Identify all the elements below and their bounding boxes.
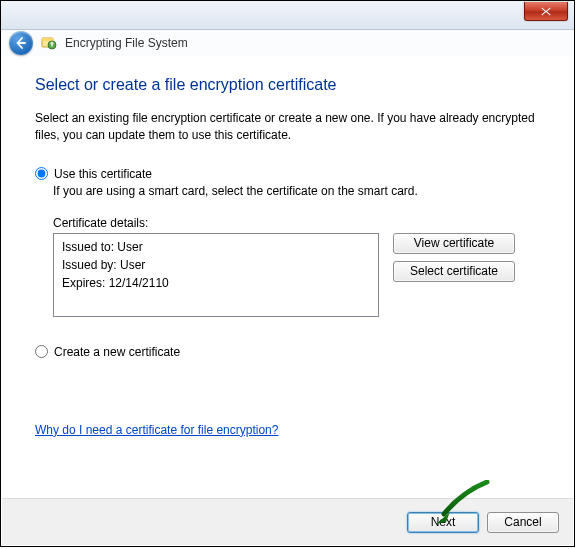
cert-issued-to: Issued to: User: [62, 238, 370, 256]
wizard-window: Encrypting File System Select or create …: [0, 0, 575, 547]
back-arrow-icon: [15, 37, 27, 49]
page-headline: Select or create a file encryption certi…: [35, 76, 540, 94]
cert-expires: Expires: 12/14/2110: [62, 274, 370, 292]
footer-bar: Next Cancel: [2, 498, 573, 545]
option-use-label: Use this certificate: [54, 167, 152, 181]
option-create-certificate[interactable]: Create a new certificate: [35, 345, 540, 359]
option-use-certificate[interactable]: Use this certificate: [35, 167, 540, 181]
select-certificate-button[interactable]: Select certificate: [393, 261, 515, 282]
back-button[interactable]: [9, 31, 33, 55]
certificate-side-buttons: View certificate Select certificate: [393, 233, 515, 317]
close-button[interactable]: [524, 2, 568, 21]
header-title: Encrypting File System: [65, 36, 188, 50]
certificate-details-box: Issued to: User Issued by: User Expires:…: [53, 233, 379, 317]
title-bar: [1, 1, 574, 30]
cert-issued-by: Issued by: User: [62, 256, 370, 274]
next-button[interactable]: Next: [407, 512, 479, 533]
content-area: Select or create a file encryption certi…: [1, 56, 574, 437]
header-bar: Encrypting File System: [1, 30, 574, 56]
cancel-button[interactable]: Cancel: [487, 512, 559, 533]
certificate-details-label: Certificate details:: [53, 216, 540, 230]
option-create-label: Create a new certificate: [54, 345, 180, 359]
efs-icon: [41, 35, 57, 51]
svg-rect-1: [42, 38, 53, 41]
certificate-details-row: Issued to: User Issued by: User Expires:…: [53, 233, 540, 317]
view-certificate-button[interactable]: View certificate: [393, 233, 515, 254]
help-link[interactable]: Why do I need a certificate for file enc…: [35, 423, 278, 437]
radio-use-certificate[interactable]: [35, 167, 48, 180]
radio-create-certificate[interactable]: [35, 345, 48, 358]
intro-text: Select an existing file encryption certi…: [35, 110, 540, 145]
option-use-note: If you are using a smart card, select th…: [53, 184, 540, 198]
close-icon: [541, 7, 551, 16]
